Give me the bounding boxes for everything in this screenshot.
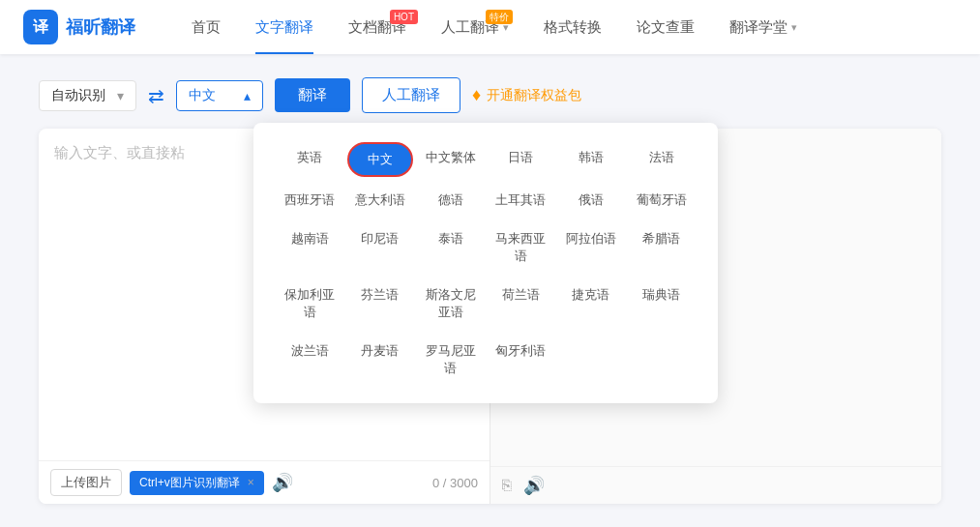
target-text-footer: ⎘ 🔊 [490, 466, 941, 504]
lang-option-id[interactable]: 印尼语 [347, 223, 414, 272]
nav-paper-check[interactable]: 论文查重 [619, 0, 712, 54]
source-lang-arrow-icon: ▾ [117, 88, 124, 103]
diamond-icon: ♦ [472, 85, 481, 105]
source-lang-selector[interactable]: 自动识别 ▾ [39, 80, 136, 111]
lang-option-ja[interactable]: 日语 [488, 142, 554, 177]
vip-area[interactable]: ♦ 开通翻译权益包 [472, 85, 581, 105]
source-placeholder: 输入文字、或直接粘 [54, 144, 185, 161]
lang-option-en[interactable]: 英语 [277, 142, 343, 177]
nav-academy[interactable]: 翻译学堂 ▾ [712, 0, 815, 54]
lang-option-ar[interactable]: 阿拉伯语 [558, 223, 625, 272]
target-lang-selector[interactable]: 中文 ▴ [176, 80, 263, 111]
lang-dropdown-panel: 英语 中文 中文繁体 日语 韩语 法语 西班牙语 意大利语 德语 土耳其语 俄语… [253, 123, 718, 403]
lang-option-el[interactable]: 希腊语 [628, 223, 695, 272]
header: 译 福昕翻译 首页 文字翻译 文档翻译 HOT 人工翻译 特价 ▾ 格式转换 论… [0, 0, 980, 54]
upload-image-button[interactable]: 上传图片 [50, 469, 122, 496]
target-lang-label: 中文 [189, 87, 216, 104]
lang-option-th[interactable]: 泰语 [417, 223, 484, 272]
hot-badge: HOT [390, 10, 418, 24]
char-count: 0 / 3000 [432, 476, 478, 490]
main-nav: 首页 文字翻译 文档翻译 HOT 人工翻译 特价 ▾ 格式转换 论文查重 翻译学… [174, 0, 957, 54]
lang-option-ko[interactable]: 韩语 [558, 142, 625, 177]
lang-option-zh-tw[interactable]: 中文繁体 [417, 142, 484, 177]
lang-option-pt[interactable]: 葡萄牙语 [628, 185, 695, 216]
lang-option-cs[interactable]: 捷克语 [558, 279, 625, 328]
lang-option-ro[interactable]: 罗马尼亚语 [417, 336, 484, 384]
source-lang-label: 自动识别 [51, 87, 105, 104]
lang-option-sv[interactable]: 瑞典语 [628, 279, 695, 328]
nav-doc-translate[interactable]: 文档翻译 HOT [331, 0, 424, 54]
footer-left-actions: 上传图片 Ctrl+v图片识别翻译 × 🔊 [50, 469, 293, 496]
lang-option-nl[interactable]: 荷兰语 [488, 279, 554, 328]
lang-option-tr[interactable]: 土耳其语 [488, 185, 554, 216]
speaker-icon[interactable]: 🔊 [272, 472, 293, 493]
lang-option-de[interactable]: 德语 [417, 185, 484, 216]
lang-grid: 英语 中文 中文繁体 日语 韩语 法语 西班牙语 意大利语 德语 土耳其语 俄语… [277, 142, 695, 384]
lang-option-fr[interactable]: 法语 [628, 142, 695, 177]
source-text-footer: 上传图片 Ctrl+v图片识别翻译 × 🔊 0 / 3000 [39, 460, 490, 504]
special-badge: 特价 [486, 10, 513, 24]
lang-option-sk[interactable]: 斯洛文尼亚语 [417, 279, 484, 328]
nav-home[interactable]: 首页 [174, 0, 238, 54]
lang-option-es[interactable]: 西班牙语 [277, 185, 343, 216]
lang-option-it[interactable]: 意大利语 [347, 185, 414, 216]
copy-icon[interactable]: ⎘ [502, 477, 512, 494]
lang-option-hu[interactable]: 匈牙利语 [488, 336, 554, 384]
lang-option-fi[interactable]: 芬兰语 [347, 279, 414, 328]
exchange-lang-button[interactable]: ⇄ [148, 84, 164, 107]
target-speaker-icon[interactable]: 🔊 [523, 475, 545, 496]
nav-format[interactable]: 格式转换 [526, 0, 619, 54]
lang-option-zh[interactable]: 中文 [347, 142, 414, 177]
lang-option-vi[interactable]: 越南语 [277, 223, 343, 272]
ctrl-v-label: Ctrl+v图片识别翻译 [139, 475, 240, 491]
nav-academy-arrow-icon: ▾ [791, 21, 797, 34]
human-translate-button[interactable]: 人工翻译 [362, 77, 460, 113]
target-lang-container: 中文 ▴ 英语 中文 中文繁体 日语 韩语 法语 西班牙语 意大利语 德语 土 [176, 80, 263, 111]
nav-text-translate[interactable]: 文字翻译 [238, 0, 331, 54]
translate-button[interactable]: 翻译 [275, 78, 350, 112]
logo-text: 福昕翻译 [66, 15, 135, 39]
lang-option-ms[interactable]: 马来西亚语 [488, 223, 554, 272]
lang-option-da[interactable]: 丹麦语 [347, 336, 414, 384]
main-content: 自动识别 ▾ ⇄ 中文 ▴ 英语 中文 中文繁体 日语 韩语 法语 [0, 54, 980, 527]
translator-bar: 自动识别 ▾ ⇄ 中文 ▴ 英语 中文 中文繁体 日语 韩语 法语 [39, 77, 941, 113]
vip-text: 开通翻译权益包 [487, 87, 581, 104]
lang-option-bg[interactable]: 保加利亚语 [277, 279, 343, 328]
logo-area[interactable]: 译 福昕翻译 [23, 10, 135, 44]
nav-human-translate[interactable]: 人工翻译 特价 ▾ [424, 0, 526, 54]
close-icon[interactable]: × [248, 476, 254, 489]
logo-icon: 译 [23, 10, 58, 44]
lang-option-ru[interactable]: 俄语 [558, 185, 625, 216]
ctrl-v-button[interactable]: Ctrl+v图片识别翻译 × [130, 471, 264, 495]
lang-option-pl[interactable]: 波兰语 [277, 336, 343, 384]
target-lang-arrow-up-icon: ▴ [244, 88, 251, 103]
